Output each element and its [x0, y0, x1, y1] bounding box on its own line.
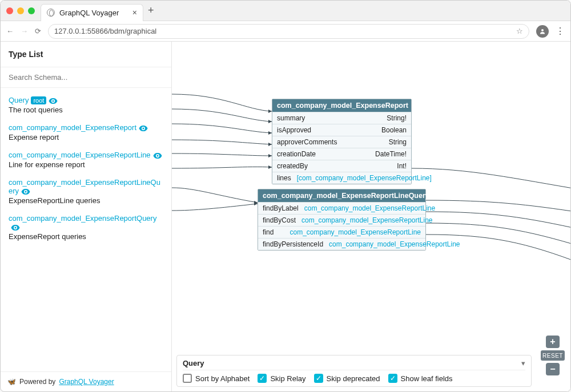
eye-icon[interactable]	[11, 225, 20, 231]
field-row[interactable]: findByLabelcom_company_model_ExpenseRepo…	[258, 202, 425, 214]
footer-prefix: Powered by	[19, 378, 55, 386]
graph-canvas[interactable]: com_company_model_ExpenseReport summaryS…	[172, 42, 570, 391]
card-title: com_company_model_ExpenseReportLineQuery	[258, 189, 425, 202]
zoom-reset-button[interactable]: RESET	[541, 350, 565, 361]
back-button[interactable]: ←	[6, 27, 14, 35]
field-row[interactable]: lines[com_company_model_ExpenseReportLin…	[272, 172, 411, 184]
traffic-lights	[6, 7, 35, 14]
field-row[interactable]: findcom_company_model_ExpenseReportLine	[258, 226, 425, 238]
type-list-item[interactable]: com_company_model_ExpenseReportExpense r…	[6, 120, 166, 147]
field-name: find	[263, 228, 274, 236]
field-name: creationDate	[277, 150, 316, 158]
type-list-item[interactable]: com_company_model_ExpenseReportLineLine …	[6, 147, 166, 175]
option-checkbox[interactable]: Skip Relay	[258, 374, 305, 383]
field-name: approverComments	[277, 138, 337, 146]
field-row[interactable]: isApprovedBoolean	[272, 124, 411, 136]
zoom-controls: + RESET −	[541, 336, 565, 375]
checkbox-icon[interactable]	[314, 374, 323, 383]
svg-point-0	[541, 29, 544, 31]
field-type[interactable]: [com_company_model_ExpenseReportLine]	[297, 174, 432, 182]
field-type: String!	[387, 114, 407, 122]
root-badge: root	[31, 96, 46, 104]
field-type[interactable]: com_company_model_ExpenseReportLine	[301, 216, 432, 224]
field-type: Boolean	[381, 126, 407, 134]
voyager-logo-icon: 🦋	[7, 378, 16, 386]
field-row[interactable]: findByPersistenceIdcom_company_model_Exp…	[258, 238, 425, 250]
field-row[interactable]: createdByInt!	[272, 160, 411, 172]
forward-button[interactable]: →	[21, 27, 28, 35]
type-list-item[interactable]: com_company_model_ExpenseReportQueryExpe…	[6, 211, 166, 246]
type-name[interactable]: com_company_model_ExpenseReport	[9, 123, 163, 132]
browser-window: GraphQL Voyager × + ← → ⟳ 127.0.0.1:5586…	[0, 0, 571, 392]
option-checkbox[interactable]: Show leaf fields	[388, 374, 453, 383]
card-title: com_company_model_ExpenseReport	[272, 99, 411, 112]
field-type: Int!	[397, 162, 407, 170]
field-type: DateTime!	[375, 150, 407, 158]
field-row[interactable]: summaryString!	[272, 112, 411, 124]
browser-menu-icon[interactable]: ⋮	[556, 26, 565, 37]
type-name[interactable]: com_company_model_ExpenseReportQuery	[9, 214, 163, 231]
sidebar-title: Type List	[1, 42, 171, 67]
type-list[interactable]: QueryrootThe root queriescom_company_mod…	[1, 88, 171, 371]
titlebar: GraphQL Voyager × +	[1, 1, 570, 21]
bookmark-star-icon[interactable]: ☆	[516, 27, 523, 35]
field-name: findByLabel	[263, 204, 299, 212]
type-name[interactable]: Queryroot	[9, 96, 163, 104]
reload-button[interactable]: ⟳	[35, 27, 41, 35]
voyager-link[interactable]: GraphQL Voyager	[59, 378, 114, 386]
field-name: lines	[277, 174, 291, 182]
zoom-out-button[interactable]: −	[546, 363, 560, 375]
field-row[interactable]: creationDateDateTime!	[272, 148, 411, 160]
minimize-window-button[interactable]	[17, 7, 24, 14]
controls-title: Query	[183, 359, 204, 367]
type-desc: Line for expense report	[9, 160, 163, 169]
sidebar-footer: 🦋 Powered by GraphQL Voyager	[1, 371, 171, 391]
field-row[interactable]: findByCostcom_company_model_ExpenseRepor…	[258, 214, 425, 226]
type-desc: Expense report	[9, 133, 163, 142]
checkbox-icon[interactable]	[258, 374, 267, 383]
svg-point-2	[142, 127, 144, 129]
zoom-in-button[interactable]: +	[546, 336, 560, 348]
url-text: 127.0.0.1:55866/bdm/graphical	[54, 27, 156, 35]
type-name[interactable]: com_company_model_ExpenseReportLineQuery	[9, 178, 163, 195]
type-card-expense-report[interactable]: com_company_model_ExpenseReport summaryS…	[272, 99, 412, 184]
checkbox-icon[interactable]	[388, 374, 397, 383]
eye-icon[interactable]	[49, 98, 58, 104]
eye-icon[interactable]	[139, 126, 148, 131]
close-tab-icon[interactable]: ×	[132, 8, 137, 17]
option-label: Show leaf fields	[401, 374, 453, 383]
field-type[interactable]: com_company_model_ExpenseReportLine	[290, 228, 421, 236]
close-window-button[interactable]	[6, 7, 13, 14]
option-label: Skip Relay	[270, 374, 305, 383]
checkbox-icon[interactable]	[183, 374, 192, 383]
eye-icon[interactable]	[153, 153, 162, 159]
option-label: Skip deprecated	[327, 374, 380, 383]
new-tab-button[interactable]: +	[148, 5, 154, 17]
field-name: summary	[277, 114, 305, 122]
field-type: String	[389, 138, 407, 146]
option-checkbox[interactable]: Sort by Alphabet	[183, 374, 250, 383]
eye-icon[interactable]	[21, 189, 30, 195]
field-name: findByPersistenceId	[263, 240, 323, 248]
profile-avatar-icon[interactable]	[536, 25, 549, 38]
browser-tab[interactable]: GraphQL Voyager ×	[41, 4, 143, 21]
type-list-item[interactable]: com_company_model_ExpenseReportLineQuery…	[6, 175, 166, 211]
controls-options: Sort by AlphabetSkip RelaySkip deprecate…	[183, 374, 525, 383]
field-name: isApproved	[277, 126, 311, 134]
dropdown-caret-icon[interactable]: ▾	[521, 359, 525, 367]
type-name[interactable]: com_company_model_ExpenseReportLine	[9, 151, 163, 159]
field-type[interactable]: com_company_model_ExpenseReportLine	[304, 204, 435, 212]
type-list-item[interactable]: QueryrootThe root queries	[6, 92, 166, 120]
field-row[interactable]: approverCommentsString	[272, 136, 411, 148]
svg-point-1	[53, 100, 54, 102]
option-label: Sort by Alphabet	[195, 374, 250, 383]
type-card-expense-report-line-query[interactable]: com_company_model_ExpenseReportLineQuery…	[258, 189, 426, 250]
maximize-window-button[interactable]	[28, 7, 35, 14]
app-body: Type List QueryrootThe root queriescom_c…	[1, 42, 570, 391]
type-desc: ExpenseReportLine queries	[9, 196, 163, 205]
field-type[interactable]: com_company_model_ExpenseReportLine	[329, 240, 460, 248]
option-checkbox[interactable]: Skip deprecated	[314, 374, 380, 383]
type-desc: ExpenseReport queries	[9, 232, 163, 241]
search-input[interactable]	[1, 67, 171, 88]
address-bar[interactable]: 127.0.0.1:55866/bdm/graphical ☆	[48, 24, 529, 39]
